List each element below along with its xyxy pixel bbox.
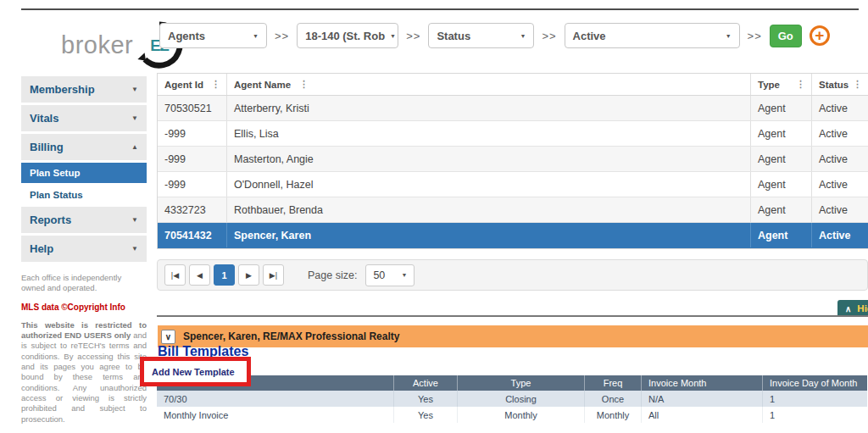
caret-down-icon: ▼ <box>131 86 138 93</box>
pager-page-1-button[interactable]: 1 <box>214 264 235 286</box>
agent-row[interactable]: 70530521 Atterberry, Kristi Agent Active <box>158 96 868 121</box>
chevron-up-icon: ∧ <box>845 304 851 314</box>
annotation-highlight-box: Add New Template <box>140 357 251 386</box>
top-divider <box>21 8 859 10</box>
caret-down-icon: ▼ <box>131 245 138 253</box>
agent-row[interactable]: -999 Ellis, Lisa Agent Active <box>158 121 868 147</box>
search-toolbar: Agents ▼ >> 18-140 (St. Rob ▼ >> Status … <box>159 23 830 48</box>
column-header-status[interactable]: Status ⋮ <box>811 74 868 95</box>
column-menu-icon[interactable]: ⋮ <box>211 79 220 90</box>
agents-grid: Agent Id ⋮ Agent Name ⋮ Type ⋮ Status ⋮ … <box>157 73 868 249</box>
agent-row-selected[interactable]: 70541432 Spencer, Karen Agent Active <box>158 223 868 248</box>
sidebar-item-vitals[interactable]: Vitals ▼ <box>21 105 147 131</box>
sidebar-item-membership[interactable]: Membership ▼ <box>21 76 147 103</box>
filter-value-dropdown[interactable]: Active ▼ <box>565 23 740 48</box>
panel-divider <box>157 315 868 317</box>
agent-row[interactable]: 4332723 Rothbauer, Brenda Agent Active <box>158 197 868 223</box>
template-row[interactable]: Monthly Invoice Yes Monthly Monthly All … <box>157 407 867 423</box>
caret-down-icon: ▼ <box>131 216 138 224</box>
column-header-invoice-month: Invoice Month <box>642 375 763 391</box>
caret-up-icon: ▲ <box>131 143 138 151</box>
separator: >> <box>406 30 420 42</box>
mls-copyright-link[interactable]: MLS data ©Copyright Info <box>21 302 147 313</box>
column-menu-icon[interactable]: ⋮ <box>299 79 309 90</box>
separator: >> <box>542 30 556 42</box>
sidebar-nav: Membership ▼ Vitals ▼ Billing ▲ Plan Set… <box>21 76 147 433</box>
footer-disclaimer: Each office is independently owned and o… <box>21 273 147 294</box>
go-button[interactable]: Go <box>770 25 802 47</box>
separator: >> <box>275 30 289 42</box>
page-size-dropdown[interactable]: 50 ▼ <box>365 264 415 286</box>
pager-prev-button[interactable]: ◀ <box>189 264 210 286</box>
caret-down-icon: ▼ <box>253 33 259 39</box>
sidebar-item-billing[interactable]: Billing ▲ <box>21 134 147 160</box>
agent-detail-title: Spencer, Karen, RE/MAX Professional Real… <box>183 330 399 342</box>
caret-down-icon: ▼ <box>401 272 407 278</box>
column-menu-icon[interactable]: ⋮ <box>796 79 805 90</box>
page-size-label: Page size: <box>308 269 357 281</box>
agents-grid-header: Agent Id ⋮ Agent Name ⋮ Type ⋮ Status ⋮ <box>158 74 868 96</box>
column-header-freq: Freq <box>585 375 642 391</box>
separator: >> <box>748 30 762 42</box>
sidebar-item-reports[interactable]: Reports ▼ <box>21 207 147 233</box>
logo-text: broker <box>61 31 133 59</box>
column-header-agent-name[interactable]: Agent Name ⋮ <box>227 74 750 95</box>
bill-templates-header: Name Active Type Freq Invoice Month Invo… <box>157 375 867 391</box>
column-header-type: Type <box>458 375 585 391</box>
column-header-invoice-day: Invoice Day of Month <box>763 375 867 391</box>
collapse-panel-button[interactable]: ∨ <box>161 330 175 344</box>
column-menu-icon[interactable]: ⋮ <box>853 79 862 90</box>
caret-down-icon: ▼ <box>520 33 526 39</box>
sidebar-item-plan-status[interactable]: Plan Status <box>21 185 147 205</box>
footer-legal-text: This website is restricted to authorized… <box>21 320 147 425</box>
entity-dropdown[interactable]: Agents ▼ <box>159 23 267 48</box>
template-row[interactable]: 70/30 Yes Closing Once N/A 1 <box>157 391 867 407</box>
add-new-template-link[interactable]: Add New Template <box>152 367 235 377</box>
caret-down-icon: ▼ <box>726 33 732 39</box>
add-plus-icon[interactable]: + <box>810 25 830 46</box>
sidebar-item-plan-setup[interactable]: Plan Setup <box>21 163 147 183</box>
hide-panel-button[interactable]: ∧ Hide <box>837 300 868 317</box>
agent-row[interactable]: -999 O'Donnell, Hazel Agent Active <box>158 172 868 197</box>
column-header-agent-id[interactable]: Agent Id ⋮ <box>158 74 227 95</box>
office-dropdown[interactable]: 18-140 (St. Rob ▼ <box>297 23 398 48</box>
sidebar-footer: Each office is independently owned and o… <box>21 273 147 433</box>
filter-field-dropdown[interactable]: Status ▼ <box>428 23 534 48</box>
caret-down-icon: ▼ <box>131 114 138 122</box>
pager-next-button[interactable]: ▶ <box>238 264 259 286</box>
pager-last-button[interactable]: ▶| <box>263 264 284 286</box>
pager-first-button[interactable]: |◀ <box>164 264 186 286</box>
agent-row[interactable]: -999 Masterton, Angie Agent Active <box>158 147 868 172</box>
bill-templates-table: Name Active Type Freq Invoice Month Invo… <box>157 375 867 423</box>
column-header-active: Active <box>394 375 458 391</box>
chevron-down-icon: ∨ <box>165 332 171 341</box>
grid-pager: |◀ ◀ 1 ▶ ▶| Page size: 50 ▼ <box>157 259 868 291</box>
sidebar-item-help[interactable]: Help ▼ <box>21 236 147 262</box>
column-header-type[interactable]: Type ⋮ <box>750 74 811 95</box>
caret-down-icon: ▼ <box>390 33 396 39</box>
agent-detail-header: ∨ Spencer, Karen, RE/MAX Professional Re… <box>158 325 868 347</box>
